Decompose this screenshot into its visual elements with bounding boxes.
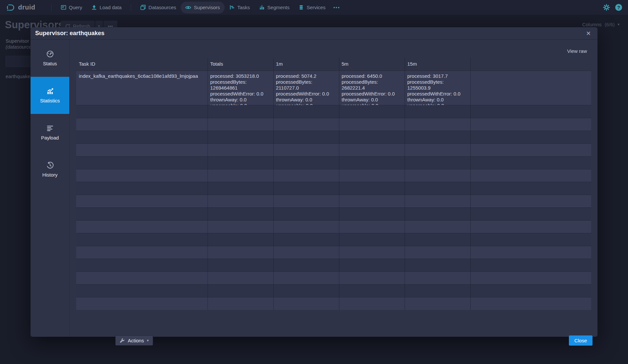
empty-table-row	[76, 182, 591, 195]
empty-table-row	[76, 207, 591, 220]
empty-table-row	[76, 143, 591, 156]
column-header-5m[interactable]: 5m	[339, 58, 405, 71]
cell-5m: processed: 6450.0 processedBytes: 268222…	[339, 71, 405, 105]
cell-1m: processed: 5074.2 processedBytes: 211072…	[273, 71, 339, 105]
tab-status[interactable]: Status	[31, 40, 69, 77]
column-header-15m[interactable]: 15m	[405, 58, 470, 71]
tab-history[interactable]: History	[31, 151, 69, 188]
tab-payload[interactable]: Payload	[31, 114, 69, 151]
gantt-icon	[229, 5, 235, 10]
column-header-1m[interactable]: 1m	[273, 58, 339, 71]
nav-item-label: Supervisors	[194, 5, 220, 10]
nav-item-label: Load data	[100, 5, 122, 10]
empty-table-row	[76, 271, 591, 284]
druid-logo[interactable]: druid	[6, 3, 35, 12]
dialog-title: Supervisor: earthquakes	[35, 30, 104, 37]
tab-label: Status	[43, 61, 57, 66]
nav-item-load-data[interactable]: Load data	[87, 2, 126, 13]
empty-table-row	[76, 233, 591, 246]
empty-table-row	[76, 259, 591, 271]
tab-statistics[interactable]: Statistics	[31, 77, 69, 114]
empty-table-row	[76, 156, 591, 169]
column-divider	[470, 58, 471, 310]
tab-label: Payload	[41, 135, 59, 140]
column-divider	[339, 58, 339, 310]
nav-item-label: Services	[306, 5, 325, 10]
columns-label: Columns	[582, 22, 601, 27]
logo-text: druid	[18, 4, 35, 11]
empty-table-row	[76, 131, 591, 143]
upload-icon	[91, 5, 97, 10]
empty-table-row	[76, 169, 591, 182]
gear-icon	[603, 4, 610, 11]
stats-table-stripes	[76, 105, 591, 310]
nav-item-label: Segments	[267, 5, 290, 10]
settings-gear-button[interactable]	[603, 4, 610, 11]
view-raw-link[interactable]: View raw	[567, 48, 587, 54]
columns-count: (6/6)	[605, 22, 615, 27]
druid-logo-icon	[6, 3, 15, 12]
dialog-header: Supervisor: earthquakes ✕	[31, 27, 597, 40]
cell-15m: processed: 3017.7 processedBytes: 125500…	[405, 71, 470, 105]
empty-table-row	[76, 297, 591, 310]
empty-table-row	[76, 220, 591, 233]
empty-table-row	[76, 246, 591, 259]
nav-item-label: Datasources	[148, 5, 176, 10]
chevron-down-icon: ▾	[617, 22, 619, 27]
gauge-icon	[46, 50, 54, 58]
chevron-down-icon: ▾	[147, 338, 149, 343]
nav-item-segments[interactable]: Segments	[255, 2, 294, 13]
columns-dropdown[interactable]: Columns (6/6) ▾	[582, 22, 619, 27]
column-divider	[208, 58, 208, 310]
filter-column-sublabel: (datasource)	[6, 44, 33, 50]
supervisor-dialog: Supervisor: earthquakes ✕ Status Statist…	[31, 27, 597, 337]
nav-separator	[51, 4, 52, 11]
column-header-task-id[interactable]: Task ID	[76, 58, 208, 71]
empty-table-row	[76, 105, 591, 118]
bar-chart-icon	[259, 5, 265, 10]
nav-item-tasks[interactable]: Tasks	[225, 2, 255, 13]
statistics-table: Task ID Totals 1m 5m 15m index_kafka_ear…	[76, 58, 591, 310]
actions-label: Actions	[128, 338, 144, 343]
close-button[interactable]: Close	[569, 335, 593, 346]
chart-trend-icon	[46, 87, 54, 95]
cell-task-id: index_kafka_earthquakes_6c6ac108e1afd93_…	[76, 71, 208, 105]
dialog-main: View raw Task ID Totals 1m 5m 15m index_…	[70, 40, 597, 337]
empty-table-row	[76, 118, 591, 131]
column-divider	[273, 58, 274, 310]
wrench-icon	[120, 338, 125, 343]
close-icon[interactable]: ✕	[584, 29, 593, 38]
column-header-totals[interactable]: Totals	[208, 58, 273, 71]
history-icon	[46, 161, 54, 169]
help-icon[interactable]: ?	[615, 4, 622, 11]
actions-button[interactable]: Actions ▾	[115, 335, 153, 346]
console-icon	[61, 5, 66, 10]
nav-separator	[131, 4, 131, 11]
column-header-empty	[470, 58, 591, 71]
tab-label: History	[42, 172, 58, 178]
nav-item-supervisors[interactable]: Supervisors	[181, 2, 224, 13]
tab-label: Statistics	[40, 98, 60, 103]
supervisor-list-item[interactable]: earthquakes	[6, 74, 33, 79]
nav-item-label: Tasks	[237, 5, 250, 10]
table-row[interactable]: index_kafka_earthquakes_6c6ac108e1afd93_…	[76, 71, 591, 105]
cell-empty	[470, 71, 591, 105]
top-nav: druid Query Load data Datasources Superv…	[0, 0, 628, 15]
nav-item-services[interactable]: Services	[294, 2, 330, 13]
nav-more-button[interactable]: •••	[330, 2, 344, 13]
eye-icon	[185, 5, 191, 11]
cell-totals: processed: 3053218.0 processedBytes: 126…	[208, 71, 273, 105]
align-left-icon	[46, 124, 54, 132]
datasources-icon	[140, 5, 146, 10]
empty-table-row	[76, 284, 591, 297]
nav-item-label: Query	[69, 5, 82, 10]
column-divider	[405, 58, 405, 310]
empty-table-row	[76, 195, 591, 207]
nav-item-query[interactable]: Query	[56, 2, 87, 13]
nav-item-datasources[interactable]: Datasources	[136, 2, 181, 13]
table-header-row: Task ID Totals 1m 5m 15m	[76, 58, 591, 71]
dialog-side-tabs: Status Statistics Payload History	[31, 40, 70, 337]
database-icon	[299, 5, 304, 10]
